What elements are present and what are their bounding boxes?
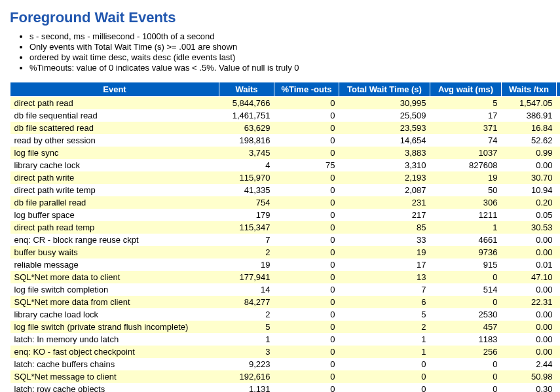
note-item: s - second, ms - millisecond - 1000th of…: [29, 31, 560, 41]
cell-wtxn: 50.98: [502, 370, 557, 383]
cell-avg: 9736: [430, 246, 502, 258]
cell-total: 1: [339, 346, 430, 358]
note-item: %Timeouts: value of 0 indicates value wa…: [29, 63, 560, 73]
cell-waits: 19: [219, 258, 274, 271]
cell-avg: 1183: [430, 333, 502, 346]
cell-avg: 0: [430, 271, 502, 283]
cell-wtxn: 0.00: [502, 333, 557, 346]
cell-total: 3,310: [339, 159, 430, 171]
cell-waits: 198,816: [219, 134, 274, 147]
cell-waits: 115,970: [219, 171, 274, 184]
cell-total: 30,995: [339, 97, 430, 110]
cell-event: db file parallel read: [10, 196, 219, 209]
cell-total: 231: [339, 196, 430, 209]
table-row: db file parallel read75402313060.200.20: [10, 196, 561, 209]
cell-timeouts: 0: [274, 246, 339, 258]
cell-timeouts: 0: [274, 308, 339, 321]
table-row: enq: CR - block range reuse ckpt70334661…: [10, 234, 561, 246]
cell-timeouts: 0: [274, 283, 339, 296]
cell-wtxn: 0.99: [502, 147, 557, 159]
table-row: log file switch completion14075140.000.0…: [10, 283, 561, 296]
cell-waits: 9,223: [219, 358, 274, 370]
cell-waits: 63,629: [219, 122, 274, 134]
cell-timeouts: 0: [274, 383, 339, 392]
cell-avg: 0: [430, 358, 502, 370]
cell-timeouts: 0: [274, 333, 339, 346]
col-header-wtxn: Waits /txn: [502, 82, 557, 97]
cell-event: db file scattered read: [10, 122, 219, 134]
col-header-waits: Waits: [219, 82, 274, 97]
cell-avg: 17: [430, 109, 502, 122]
cell-waits: 115,347: [219, 221, 274, 234]
cell-total: 2,087: [339, 184, 430, 196]
cell-avg: 0: [430, 383, 502, 392]
table-row: buffer busy waits201997360.000.02: [10, 246, 561, 258]
cell-waits: 1: [219, 333, 274, 346]
cell-total: 217: [339, 209, 430, 221]
cell-wtxn: 16.84: [502, 122, 557, 134]
cell-wtxn: 0.00: [502, 283, 557, 296]
cell-avg: 1211: [430, 209, 502, 221]
cell-timeouts: 0: [274, 346, 339, 358]
cell-wtxn: 0.00: [502, 346, 557, 358]
wait-events-table: Event Waits %Time -outs Total Wait Time …: [10, 82, 560, 392]
cell-avg: 514: [430, 283, 502, 296]
cell-avg: 371: [430, 122, 502, 134]
cell-timeouts: 0: [274, 97, 339, 110]
cell-total: 14,654: [339, 134, 430, 147]
cell-avg: 2530: [430, 308, 502, 321]
cell-dbtime: 0.00: [557, 358, 561, 370]
table-row: db file scattered read63,629023,59337116…: [10, 122, 561, 134]
cell-timeouts: 0: [274, 221, 339, 234]
cell-timeouts: 0: [274, 171, 339, 184]
cell-total: 2: [339, 321, 430, 333]
note-item: ordered by wait time desc, waits desc (i…: [29, 52, 560, 62]
cell-event: library cache lock: [10, 159, 219, 171]
cell-total: 17: [339, 258, 430, 271]
cell-avg: 1: [430, 221, 502, 234]
cell-event: SQL*Net message to client: [10, 370, 219, 383]
cell-avg: 74: [430, 134, 502, 147]
cell-event: library cache load lock: [10, 308, 219, 321]
col-header-total: Total Wait Time (s): [339, 82, 430, 97]
table-row: direct path read temp115,347085130.530.0…: [10, 221, 561, 234]
table-row: SQL*Net more data to client177,941013047…: [10, 271, 561, 283]
cell-dbtime: 0.00: [557, 308, 561, 321]
cell-wtxn: 0.20: [502, 196, 557, 209]
cell-timeouts: 0: [274, 209, 339, 221]
cell-dbtime: 21.74: [557, 109, 561, 122]
cell-avg: 915: [430, 258, 502, 271]
cell-avg: 50: [430, 184, 502, 196]
section-title: Foreground Wait Events: [10, 9, 560, 26]
table-row: SQL*Net more data from client84,27706022…: [10, 296, 561, 308]
cell-dbtime: 0.02: [557, 246, 561, 258]
cell-dbtime: 2.82: [557, 159, 561, 171]
cell-dbtime: 0.00: [557, 346, 561, 358]
cell-avg: 306: [430, 196, 502, 209]
cell-dbtime: 0.00: [557, 333, 561, 346]
cell-dbtime: 3.31: [557, 147, 561, 159]
cell-wtxn: 30.53: [502, 221, 557, 234]
cell-wtxn: 0.05: [502, 209, 557, 221]
cell-waits: 5: [219, 321, 274, 333]
cell-timeouts: 0: [274, 370, 339, 383]
cell-avg: 457: [430, 321, 502, 333]
col-header-avg: Avg wait (ms): [430, 82, 502, 97]
cell-wtxn: 52.62: [502, 134, 557, 147]
cell-total: 23,593: [339, 122, 430, 134]
table-row: read by other session198,816014,6547452.…: [10, 134, 561, 147]
cell-event: latch: row cache objects: [10, 383, 219, 392]
cell-waits: 1,131: [219, 383, 274, 392]
cell-timeouts: 0: [274, 321, 339, 333]
cell-dbtime: 0.00: [557, 383, 561, 392]
cell-dbtime: 0.01: [557, 296, 561, 308]
cell-event: direct path write temp: [10, 184, 219, 196]
cell-timeouts: 0: [274, 184, 339, 196]
cell-waits: 7: [219, 234, 274, 246]
cell-total: 5: [339, 308, 430, 321]
cell-dbtime: 0.07: [557, 221, 561, 234]
cell-wtxn: 1,547.05: [502, 97, 557, 110]
table-row: log file switch (private strand flush in…: [10, 321, 561, 333]
cell-timeouts: 0: [274, 109, 339, 122]
cell-wtxn: 0.00: [502, 234, 557, 246]
